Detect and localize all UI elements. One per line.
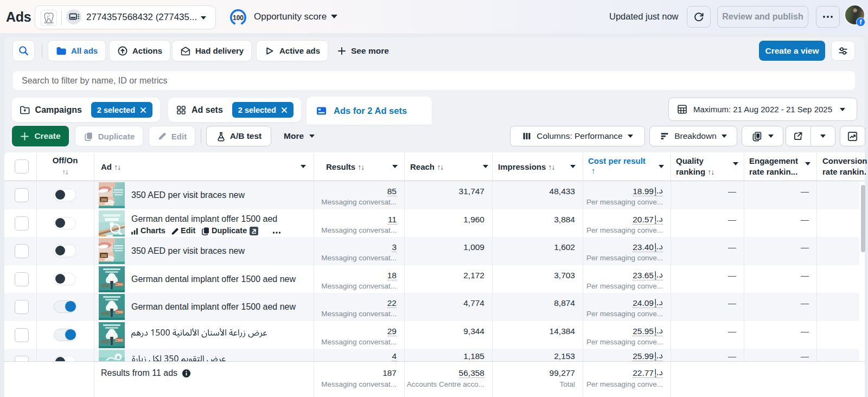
- svg-text:100: 100: [233, 14, 244, 22]
